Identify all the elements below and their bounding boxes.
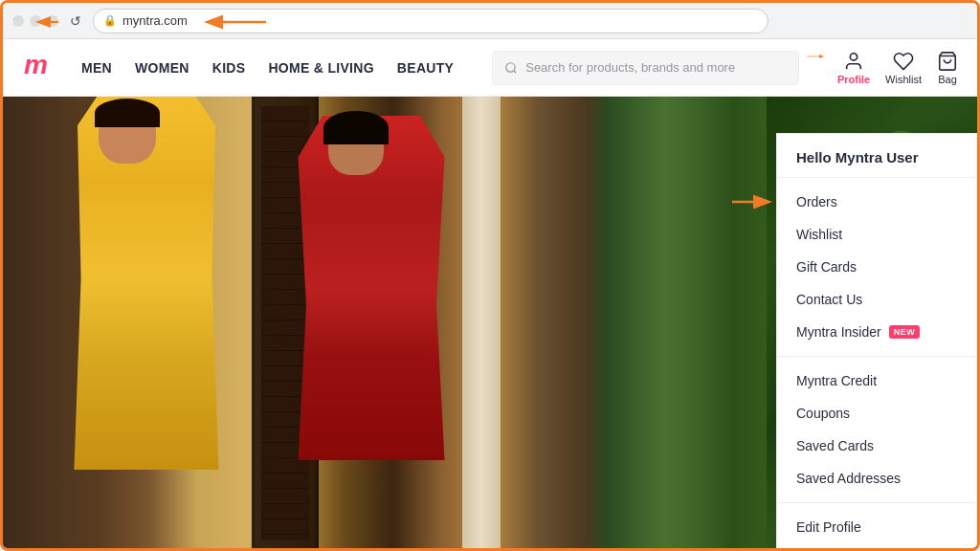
dropdown-section-1: Orders Wishlist Gift Cards Contact Us My… [777, 178, 976, 357]
search-placeholder: Search for products, brands and more [525, 60, 735, 75]
dropdown-coupons[interactable]: Coupons [777, 397, 976, 430]
edit-profile-label: Edit Profile [796, 519, 861, 535]
nav-kids[interactable]: KIDS [212, 60, 246, 76]
svg-line-4 [514, 70, 517, 73]
dropdown-section-3: Edit Profile Logout [777, 503, 976, 551]
dropdown-section-2: Myntra Credit Coupons Saved Cards Saved … [777, 357, 976, 503]
nav-men[interactable]: MEN [81, 60, 112, 76]
nav-women[interactable]: WOMEN [135, 60, 189, 76]
myntra-credit-label: Myntra Credit [796, 373, 877, 388]
dropdown-gift-cards[interactable]: Gift Cards [777, 251, 976, 283]
dropdown-myntra-insider[interactable]: Myntra Insider New [777, 316, 976, 348]
dropdown-contact-us[interactable]: Contact Us [777, 283, 976, 316]
logo[interactable]: m [22, 49, 53, 86]
profile-icon-item[interactable]: Profile [837, 51, 870, 85]
gift-cards-label: Gift Cards [796, 259, 857, 275]
nav-icons: Profile Wishlist Bag [837, 51, 958, 85]
dropdown-edit-profile[interactable]: Edit Profile [777, 511, 976, 543]
dropdown-greeting: Hello Myntra User [777, 134, 976, 178]
nav-home-living[interactable]: HOME & LIVING [268, 60, 373, 76]
search-bar[interactable]: Search for products, brands and more [492, 51, 799, 85]
dropdown-wishlist[interactable]: Wishlist [777, 218, 976, 251]
coupons-label: Coupons [796, 406, 850, 421]
wishlist-label: Wishlist [885, 74, 922, 85]
dropdown-orders[interactable]: Orders [777, 186, 976, 218]
browser-chrome: ↺ 🔒 myntra.com [3, 3, 977, 39]
dropdown-myntra-credit[interactable]: Myntra Credit [777, 364, 976, 397]
new-badge: New [889, 325, 921, 339]
url-text: myntra.com [122, 13, 758, 28]
saved-addresses-label: Saved Addresses [796, 471, 901, 486]
contact-us-label: Contact Us [796, 292, 862, 307]
reload-button[interactable]: ↺ [66, 11, 85, 31]
myntra-insider-label: Myntra Insider [796, 324, 881, 340]
bag-label: Bag [938, 74, 957, 85]
lock-icon: 🔒 [103, 14, 117, 27]
wishlist-icon-item[interactable]: Wishlist [885, 51, 922, 85]
svg-text:m: m [24, 50, 48, 79]
dropdown-saved-cards[interactable]: Saved Cards [777, 430, 976, 462]
nav-links: MEN WOMEN KIDS HOME & LIVING BEAUTY [81, 60, 454, 76]
orders-label: Orders [796, 194, 837, 209]
address-bar[interactable]: 🔒 myntra.com [93, 9, 768, 33]
saved-cards-label: Saved Cards [796, 438, 874, 453]
nav-beauty[interactable]: BEAUTY [397, 60, 454, 76]
browser-frame: ↺ 🔒 myntra.com m MEN WOMEN KIDS [0, 0, 980, 551]
dropdown-logout[interactable]: Logout [777, 543, 976, 551]
svg-point-6 [850, 53, 857, 59]
dropdown-saved-addresses[interactable]: Saved Addresses [777, 462, 976, 495]
navbar: m MEN WOMEN KIDS HOME & LIVING BEAUTY Se… [3, 39, 977, 97]
close-btn[interactable] [12, 15, 24, 27]
profile-label: Profile [837, 74, 870, 85]
bag-icon-item[interactable]: Bag [937, 51, 958, 85]
svg-point-3 [506, 62, 515, 71]
wishlist-menu-label: Wishlist [796, 227, 842, 242]
dropdown-menu: Hello Myntra User Orders [776, 133, 977, 551]
